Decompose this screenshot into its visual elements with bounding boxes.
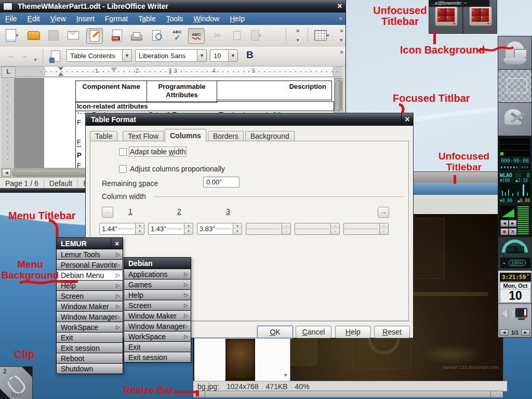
workspace-next-button[interactable]: ▶ <box>521 329 530 336</box>
adjust-columns-checkbox[interactable] <box>119 165 127 173</box>
font-name-combo[interactable]: Liberation Sans ▼ <box>135 49 207 62</box>
menu-file[interactable]: File <box>0 15 22 23</box>
toolbar-end-caret[interactable]: ▾ <box>340 37 342 43</box>
mixer-next-button[interactable]: ▶ <box>509 220 517 227</box>
spin-up-icon[interactable]: ▲ <box>233 223 242 229</box>
menu-item-screen[interactable]: Screen▷ <box>56 291 123 301</box>
dock-appicon-weather[interactable]: WLAO 88 8 ▼180 ▲2:16 ▼0.00 ▲0.00 <box>498 171 531 204</box>
menu-help[interactable]: Help <box>224 15 250 23</box>
dock-appicon-calclock[interactable]: 3:21:59 P Mon, Oct 10 <box>498 271 531 304</box>
record-button[interactable] <box>500 228 509 235</box>
help-button[interactable]: Help <box>335 326 371 338</box>
table-dropdown-caret[interactable]: ▾ <box>327 33 329 38</box>
toolbar-overflow-caret[interactable]: ▾ <box>294 37 302 43</box>
dock-appicon-pager[interactable]: ◀ 1/1 ▶ <box>498 304 531 337</box>
dock-appicon-tools[interactable]: ... <box>498 103 531 136</box>
spin-down-icon[interactable]: ▼ <box>136 229 144 235</box>
table-section-row[interactable]: Icon-related attributes <box>75 101 334 111</box>
debian-menu-titlebar[interactable]: Debian <box>124 257 191 269</box>
font-size-combo[interactable]: 10 ▼ <box>210 49 238 62</box>
writer-titlebar[interactable]: ThemeWMakerPart1.odt - LibreOffice Write… <box>0 0 345 12</box>
menu-item-window-managers[interactable]: Window Managers▷ <box>56 312 123 322</box>
print-button[interactable] <box>129 28 144 43</box>
menu-item-applications[interactable]: Applications▷ <box>124 269 191 280</box>
spin-up-icon[interactable]: ▲ <box>184 223 193 229</box>
cancel-button[interactable]: Cancel <box>296 326 331 338</box>
table-header-cell[interactable]: Programmable Attributes <box>147 81 217 103</box>
menu-item-exit[interactable]: Exit <box>124 342 191 352</box>
workspace-prev-button[interactable]: ◀ <box>500 329 509 336</box>
column-nav-right-button[interactable]: → <box>378 207 389 218</box>
miniaturize-button[interactable] <box>3 3 12 10</box>
lemur-menu-titlebar[interactable]: LEMUR × <box>56 237 123 249</box>
menu-item-window-maker[interactable]: Window Maker▷ <box>124 311 191 321</box>
mixer-prev-button[interactable]: ◀ <box>500 220 509 227</box>
vscroll-thumb[interactable] <box>336 80 342 111</box>
column-nav-left-button[interactable]: ← <box>102 207 113 218</box>
menu-item-window-maker[interactable]: Window Maker▷ <box>56 301 123 312</box>
new-document-button[interactable]: ▾ <box>4 28 20 43</box>
spin-up-icon[interactable]: ▲ <box>136 223 144 229</box>
workspace-clip[interactable]: 2 Net <box>0 367 32 399</box>
menu-item-games[interactable]: Games▷ <box>124 280 191 290</box>
tab-columns[interactable]: Columns <box>165 129 206 142</box>
size-combo-arrow[interactable]: ▼ <box>228 50 237 61</box>
dock-appicon-netmonitor[interactable]: 000:00:08 <box>498 136 531 171</box>
vertical-ruler[interactable] <box>2 78 15 167</box>
spin-down-icon[interactable]: ▼ <box>184 229 193 235</box>
mini-window-titlebar[interactable]: ...e@bvwnmkr: ~ <box>429 0 489 7</box>
print-preview-button[interactable] <box>149 28 164 43</box>
table-header-cell[interactable]: Component Name <box>75 81 147 103</box>
dialog-close-button[interactable]: × <box>401 113 413 126</box>
tab-table[interactable]: Table <box>90 131 117 141</box>
horizontal-ruler[interactable]: 1 2 3 4 5 <box>16 66 342 77</box>
menu-item-reboot[interactable]: Reboot <box>56 353 123 364</box>
menu-item-screen[interactable]: Screen▷ <box>124 300 191 311</box>
column3-width-spinner[interactable]: 3.83" ▲▼ <box>197 223 242 235</box>
menu-table[interactable]: Table <box>133 15 161 23</box>
save-button[interactable] <box>46 28 61 43</box>
menu-view[interactable]: View <box>45 15 71 23</box>
menu-item-exit-session[interactable]: Exit session <box>124 352 191 363</box>
remaining-space-field[interactable]: 0.00" <box>203 177 240 188</box>
column2-width-spinner[interactable]: 1.43" ▲▼ <box>148 223 193 235</box>
edit-mode-button[interactable] <box>86 28 103 44</box>
table-header-cell[interactable]: Description <box>217 81 332 100</box>
open-button[interactable] <box>26 28 42 43</box>
dock-appicon-battery[interactable]: 88:38 ⌁ 100% <box>498 237 531 271</box>
dock-appicon-mixer[interactable]: ◀ ▶ ✕ <box>498 204 531 237</box>
toolbar-end-chevron[interactable]: » <box>340 27 343 34</box>
vertical-scrollbar[interactable] <box>335 78 343 114</box>
auto-spellcheck-button[interactable]: ABC <box>188 28 205 44</box>
tab-stop-selector[interactable]: L <box>1 66 16 78</box>
email-button[interactable] <box>65 28 81 43</box>
navigator-page-icon[interactable] <box>51 50 60 62</box>
tab-text-flow[interactable]: Text Flow <box>123 131 164 141</box>
file-thumbnail[interactable] <box>225 339 255 381</box>
menu-item-shutdown[interactable]: Shutdown <box>56 364 123 374</box>
menu-item-exit[interactable]: Exit <box>56 332 123 343</box>
column-divider-marker[interactable] <box>169 68 171 74</box>
paste-dropdown-caret[interactable]: ▾ <box>259 33 262 38</box>
tab-background[interactable]: Background <box>245 131 295 141</box>
nav-dropdown-caret[interactable]: ▾ <box>34 57 37 62</box>
menu-item-exit-session[interactable]: Exit session <box>56 343 123 353</box>
dock-empty-slot[interactable]: >_ <box>498 70 531 103</box>
back-arrow-icon[interactable]: ← <box>7 51 16 60</box>
spin-down-icon[interactable]: ▼ <box>233 229 242 235</box>
toolbar2-end-chevron[interactable]: » <box>340 48 343 56</box>
menu-tools[interactable]: Tools <box>161 15 189 23</box>
menu-item-workspace[interactable]: WorkSpace▷ <box>56 322 123 332</box>
menu-item-lemur-tools[interactable]: Lemur Tools▷ <box>56 249 123 260</box>
paste-button[interactable]: ▾ <box>248 28 264 43</box>
writer-close-button[interactable]: × <box>334 2 345 11</box>
reset-button[interactable]: Reset <box>374 326 410 338</box>
insert-table-button[interactable]: ▾ <box>314 28 329 43</box>
mute-button[interactable]: ✕ <box>509 228 517 235</box>
menu-window[interactable]: Window <box>188 15 224 23</box>
document-close-icon[interactable]: × <box>339 15 342 22</box>
menu-item-personal-favorites[interactable]: Personal Favorites▷ <box>56 260 123 270</box>
menu-insert[interactable]: Insert <box>71 15 100 23</box>
column1-width-spinner[interactable]: 1.44" ▲▼ <box>99 223 144 235</box>
export-pdf-button[interactable]: PDF <box>109 28 125 43</box>
